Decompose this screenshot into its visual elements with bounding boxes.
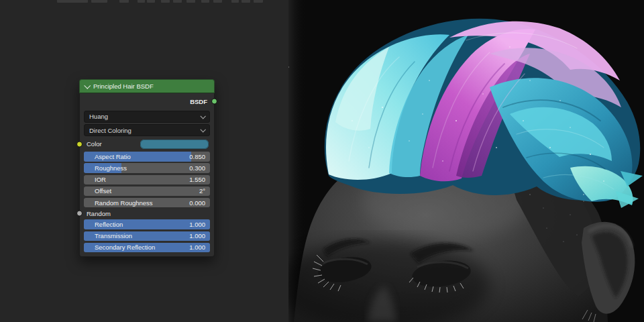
- color-input-socket[interactable]: [76, 141, 83, 147]
- node-body: BSDF Huang Direct Coloring Color Aspect …: [79, 93, 215, 257]
- render-viewport: [288, 0, 644, 322]
- transmission-slider[interactable]: Transmission 1.000: [84, 231, 210, 241]
- color-swatch[interactable]: [140, 140, 209, 149]
- ior-value: 1.550: [189, 176, 205, 183]
- scattering-model-dropdown[interactable]: Huang: [84, 111, 210, 123]
- secondary-reflection-value: 1.000: [189, 244, 205, 251]
- secondary-reflection-label: Secondary Reflection: [95, 244, 155, 251]
- bsdf-output-row: BSDF: [84, 97, 210, 106]
- offset-value: 2°: [199, 187, 205, 195]
- node-title: Principled Hair BSDF: [93, 83, 154, 90]
- bsdf-output-label: BSDF: [190, 98, 207, 105]
- reflection-label: Reflection: [95, 221, 123, 228]
- coloring-mode-dropdown[interactable]: Direct Coloring: [84, 124, 210, 136]
- transmission-label: Transmission: [95, 232, 132, 239]
- aspect-ratio-label: Aspect Ratio: [95, 153, 131, 160]
- random-roughness-value: 0.000: [189, 199, 205, 207]
- random-label: Random: [87, 210, 111, 217]
- scattering-model-value: Huang: [89, 113, 108, 120]
- aspect-ratio-slider[interactable]: Aspect Ratio 0.850: [84, 152, 210, 162]
- transmission-value: 1.000: [189, 232, 205, 239]
- collapse-chevron-icon[interactable]: [84, 83, 91, 89]
- hair-render-image: [288, 0, 644, 322]
- chevron-down-icon: [200, 127, 205, 132]
- ior-label: IOR: [95, 176, 106, 183]
- bsdf-output-socket[interactable]: [211, 99, 217, 105]
- random-input-socket[interactable]: [76, 211, 83, 217]
- random-input-row: Random: [84, 209, 210, 218]
- chevron-down-icon: [200, 113, 205, 119]
- roughness-slider[interactable]: Roughness 0.300: [84, 163, 210, 173]
- aspect-ratio-value: 0.850: [189, 153, 205, 160]
- ior-slider[interactable]: IOR 1.550: [84, 175, 210, 185]
- cropped-heading-remnant: [0, 0, 288, 4]
- offset-slider[interactable]: Offset 2°: [84, 186, 210, 197]
- reflection-slider[interactable]: Reflection 1.000: [84, 219, 210, 229]
- reflection-value: 1.000: [189, 221, 205, 228]
- offset-label: Offset: [95, 187, 111, 195]
- random-roughness-label: Random Roughness: [95, 199, 153, 207]
- blender-screenshot: Principled Hair BSDF BSDF Huang Direct C…: [0, 0, 644, 322]
- principled-hair-bsdf-node[interactable]: Principled Hair BSDF BSDF Huang Direct C…: [79, 79, 215, 257]
- random-roughness-slider[interactable]: Random Roughness 0.000: [84, 198, 210, 208]
- roughness-label: Roughness: [95, 164, 127, 172]
- color-label: Color: [84, 140, 102, 148]
- node-header[interactable]: Principled Hair BSDF: [79, 79, 215, 93]
- coloring-mode-value: Direct Coloring: [89, 127, 131, 134]
- roughness-value: 0.300: [189, 164, 205, 172]
- secondary-reflection-slider[interactable]: Secondary Reflection 1.000: [84, 243, 210, 253]
- color-row: Color: [84, 140, 210, 149]
